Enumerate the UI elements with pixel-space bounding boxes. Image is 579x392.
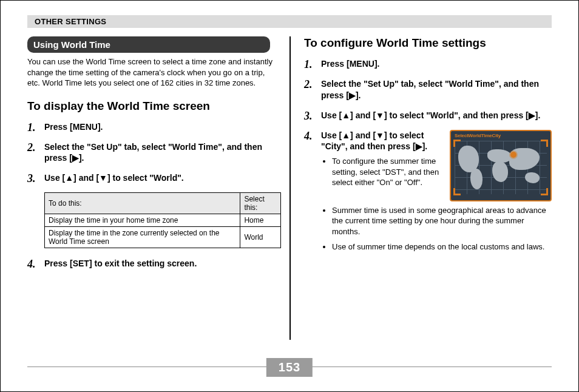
step-item: 1. Press [MENU]. [304,58,552,70]
bullet-item: To configure the summer time setting, se… [332,156,442,188]
selection-table: To do this: Select this: Display the tim… [44,192,281,248]
step-item: 3. Use [▲] and [▼] to select "World". [27,172,276,184]
step-number: 4. [27,257,36,271]
subheading-configure: To configure World Time settings [304,36,552,50]
step-bullets: Summer time is used in some geographical… [321,205,552,252]
table-cell: World [240,227,280,248]
table-header: To do this: [45,193,240,214]
table-row: Display the time in your home time zone … [45,214,281,227]
step-item: 2. Select the "Set Up" tab, select "Worl… [27,141,276,164]
step-text: Use [▲] and [▼] to select "City", and th… [321,130,427,152]
step-item: 4. Press [SET] to exit the setting scree… [27,258,276,269]
feature-intro-text: You can use the World Time screen to sel… [27,56,276,89]
map-title: SelectWorldTimeCity [455,133,501,140]
step-text: Use [▲] and [▼] to select "World", and t… [321,110,540,120]
step-text: Press [MENU]. [321,59,379,69]
manual-page: OTHER SETTINGS Using World Time You can … [0,0,579,392]
map-continents-icon [458,146,543,189]
step-item: 1. Press [MENU]. [27,121,276,133]
step-bullets-top: To configure the summer time setting, se… [321,156,442,188]
left-column: Using World Time You can use the World T… [27,36,290,340]
table-header: Select this: [240,193,280,214]
step-number: 1. [27,120,36,135]
step-text: Select the "Set Up" tab, select "World T… [44,142,262,163]
steps-display-cont: 4. Press [SET] to exit the setting scree… [27,258,276,269]
map-selection-marker-icon [510,152,516,158]
table-cell: Display the time in the zone currently s… [45,227,240,248]
table-cell: Home [240,214,280,227]
step-text: Press [SET] to exit the setting screen. [44,259,197,268]
step-item: 4. Use [▲] and [▼] to select "City", and… [304,130,552,252]
table-head-row: To do this: Select this: [45,193,281,214]
feature-title: Using World Time [33,39,110,50]
world-map-thumbnail: SelectWorldTimeCity [450,130,552,201]
section-title: OTHER SETTINGS [35,17,106,26]
step-item: 3. Use [▲] and [▼] to select "World", an… [304,110,552,121]
step-text: Use [▲] and [▼] to select "World". [44,173,184,183]
step-text: Select the "Set Up" tab, select "World T… [321,79,539,100]
step-number: 2. [27,140,36,155]
feature-title-pill: Using World Time [27,36,270,53]
step-number: 3. [27,171,36,186]
steps-display: 1. Press [MENU]. 2. Select the "Set Up" … [27,121,276,184]
step-item: 2. Select the "Set Up" tab, select "Worl… [304,78,552,101]
subheading-display: To display the World Time screen [27,100,276,113]
right-column: To configure World Time settings 1. Pres… [290,36,552,340]
step-number: 1. [304,57,313,72]
table-cell: Display the time in your home time zone [45,214,240,227]
step-text: Press [MENU]. [44,122,103,132]
step-number: 4. [304,129,313,143]
page-number: 153 [266,358,313,377]
table-row: Display the time in the zone currently s… [45,227,281,248]
bullet-item: Summer time is used in some geographical… [332,205,552,237]
steps-configure: 1. Press [MENU]. 2. Select the "Set Up" … [304,58,552,252]
step-number: 3. [304,109,313,123]
step-number: 2. [304,77,313,92]
section-header-bar: OTHER SETTINGS [27,15,552,28]
bullet-item: Use of summer time depends on the local … [332,242,552,252]
two-column-layout: Using World Time You can use the World T… [27,36,552,340]
